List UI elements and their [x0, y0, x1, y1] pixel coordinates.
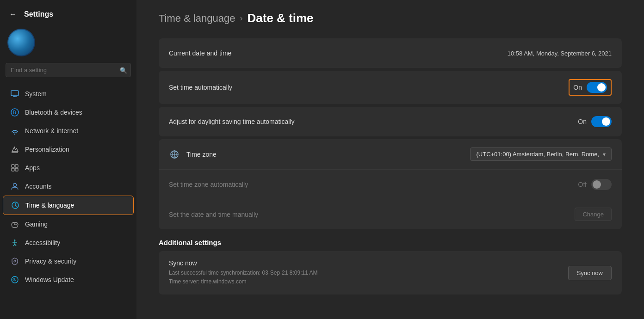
svg-rect-10	[15, 168, 18, 171]
svg-rect-0	[11, 91, 19, 96]
set-manual-label: Set the date and time manually	[169, 211, 258, 218]
sidebar-item-bluetooth-label: Bluetooth & devices	[25, 109, 82, 116]
sidebar-item-apps[interactable]: Apps	[3, 159, 134, 177]
set-timezone-auto-state: Off	[578, 181, 587, 188]
svg-point-5	[14, 134, 15, 135]
sidebar-item-accessibility-label: Accessibility	[25, 239, 60, 246]
personalization-icon	[10, 145, 19, 154]
main-content: Time & language › Date & time Current da…	[136, 0, 644, 319]
gaming-icon	[10, 220, 19, 229]
sync-info: Sync now Last successful time synchroniz…	[169, 259, 318, 286]
sidebar-item-system-label: System	[25, 90, 47, 98]
sync-detail-line2: Time server: time.windows.com	[169, 278, 247, 285]
network-icon	[10, 126, 19, 135]
current-datetime-row: Current date and time 10:58 AM, Monday, …	[159, 38, 622, 68]
change-button[interactable]: Change	[575, 208, 612, 221]
daylight-toggle-thumb	[602, 117, 610, 126]
sidebar-header: ← Settings	[0, 4, 136, 25]
current-datetime-value: 10:58 AM, Monday, September 6, 2021	[508, 50, 612, 57]
timezone-dropdown-value: (UTC+01:00) Amsterdam, Berlin, Bern, Rom…	[476, 151, 599, 158]
set-time-auto-toggle[interactable]	[587, 82, 607, 93]
daylight-label: Adjust for daylight saving time automati…	[169, 118, 295, 125]
back-button[interactable]: ←	[7, 8, 19, 20]
sidebar-item-personalization[interactable]: Personalization	[3, 140, 134, 159]
svg-line-21	[13, 244, 15, 246]
timezone-label: Time zone	[186, 151, 217, 158]
sync-now-button[interactable]: Sync now	[568, 266, 612, 280]
sync-detail: Last successful time synchronization: 03…	[169, 269, 318, 286]
svg-line-22	[15, 244, 16, 246]
sync-title: Sync now	[169, 259, 318, 267]
sync-card: Sync now Last successful time synchroniz…	[159, 251, 622, 294]
sidebar-item-privacy[interactable]: Privacy & security	[3, 252, 134, 270]
sidebar-item-network[interactable]: Network & internet	[3, 122, 134, 140]
set-timezone-auto-toggle-thumb	[593, 180, 601, 189]
sync-detail-line1: Last successful time synchronization: 03…	[169, 270, 318, 276]
daylight-card: Adjust for daylight saving time automati…	[159, 107, 622, 136]
sidebar-item-gaming[interactable]: Gaming	[3, 215, 134, 233]
sidebar-item-accounts-label: Accounts	[25, 183, 52, 190]
sidebar-title: Settings	[24, 10, 53, 18]
set-time-auto-toggle-highlighted: On	[569, 79, 612, 96]
accounts-icon	[10, 182, 19, 191]
daylight-row: Adjust for daylight saving time automati…	[159, 107, 622, 136]
breadcrumb: Time & language › Date & time	[159, 11, 622, 25]
sidebar-item-gaming-label: Gaming	[25, 221, 48, 228]
sidebar-item-accessibility[interactable]: Accessibility	[3, 233, 134, 252]
sidebar: ← Settings 🔍 System B	[0, 0, 136, 319]
bluetooth-icon: B	[10, 108, 19, 117]
sidebar-item-privacy-label: Privacy & security	[25, 258, 76, 265]
sidebar-item-update[interactable]: Windows Update	[3, 270, 134, 289]
sidebar-item-system[interactable]: System	[3, 85, 134, 103]
avatar	[7, 29, 35, 56]
current-datetime-label: Current date and time	[169, 49, 231, 57]
daylight-toggle[interactable]	[591, 116, 612, 127]
accessibility-icon	[10, 238, 19, 247]
breadcrumb-current: Date & time	[248, 11, 314, 25]
sidebar-item-bluetooth[interactable]: B Bluetooth & devices	[3, 103, 134, 122]
breadcrumb-parent[interactable]: Time & language	[159, 12, 235, 25]
apps-icon	[10, 163, 19, 172]
timezone-row: Time zone (UTC+01:00) Amsterdam, Berlin,…	[159, 139, 622, 170]
set-manual-row: Set the date and time manually Change	[159, 199, 622, 229]
time-icon	[11, 201, 20, 210]
system-icon	[10, 89, 19, 98]
svg-rect-7	[12, 165, 14, 167]
svg-point-23	[14, 260, 16, 262]
search-input[interactable]	[6, 63, 131, 77]
svg-rect-8	[15, 165, 18, 167]
svg-rect-9	[12, 168, 14, 171]
svg-point-11	[13, 184, 17, 187]
sidebar-item-accounts[interactable]: Accounts	[3, 177, 134, 196]
daylight-state: On	[578, 118, 587, 125]
sidebar-item-time-label: Time & language	[25, 202, 74, 209]
sidebar-item-time[interactable]: Time & language	[3, 196, 134, 215]
set-time-auto-state: On	[573, 84, 582, 91]
sidebar-item-apps-label: Apps	[25, 164, 40, 172]
svg-text:B: B	[13, 110, 16, 115]
svg-line-14	[15, 205, 17, 207]
chevron-down-icon: ▾	[603, 151, 606, 158]
set-time-auto-right: On	[569, 79, 612, 96]
current-datetime-card: Current date and time 10:58 AM, Monday, …	[159, 38, 622, 68]
set-timezone-auto-row: Set time zone automatically Off	[159, 170, 622, 199]
update-icon	[10, 275, 19, 284]
avatar-image	[8, 30, 34, 55]
timezone-card: Time zone (UTC+01:00) Amsterdam, Berlin,…	[159, 139, 622, 229]
breadcrumb-separator: ›	[240, 13, 243, 23]
additional-settings-title: Additional settings	[159, 239, 622, 246]
set-time-auto-row: Set time automatically On	[159, 71, 622, 104]
set-time-auto-label: Set time automatically	[169, 84, 232, 91]
svg-point-17	[16, 224, 17, 225]
set-timezone-auto-toggle[interactable]	[591, 179, 612, 190]
toggle-thumb	[597, 83, 606, 92]
sidebar-item-update-label: Windows Update	[25, 276, 74, 283]
set-time-auto-card: Set time automatically On	[159, 71, 622, 104]
timezone-dropdown[interactable]: (UTC+01:00) Amsterdam, Berlin, Bern, Rom…	[470, 147, 612, 161]
svg-point-18	[14, 239, 16, 241]
timezone-left: Time zone	[169, 149, 217, 160]
search-box: 🔍	[6, 63, 131, 77]
sidebar-item-personalization-label: Personalization	[25, 146, 69, 153]
set-timezone-auto-right: Off	[578, 179, 612, 190]
sidebar-nav: System B Bluetooth & devices Network & i	[0, 83, 136, 319]
